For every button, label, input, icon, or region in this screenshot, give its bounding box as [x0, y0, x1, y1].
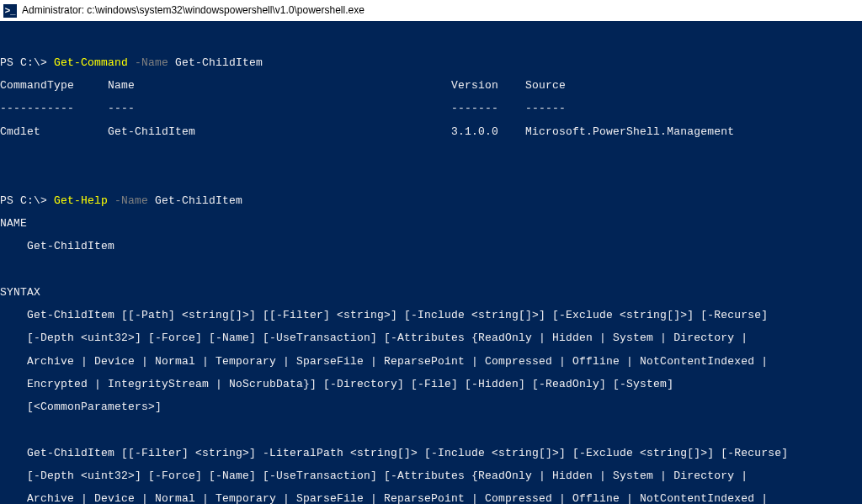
window-titlebar: >_ Administrator: c:\windows\system32\wi… — [0, 0, 862, 21]
table-row: Cmdlet Get-ChildItem 3.1.0.0 Microsoft.P… — [0, 126, 862, 138]
help-syntax-line: [-Depth <uint32>] [-Force] [-Name] [-Use… — [0, 332, 862, 344]
blank-line — [0, 263, 862, 275]
param-flag: -Name — [128, 56, 168, 69]
help-syntax-line: [-Depth <uint32>] [-Force] [-Name] [-Use… — [0, 470, 862, 482]
cmdlet-arg: Get-ChildItem — [168, 56, 263, 69]
help-name-header: NAME — [0, 218, 862, 230]
help-syntax-line: Archive | Device | Normal | Temporary | … — [0, 356, 862, 368]
help-syntax-header: SYNTAX — [0, 287, 862, 299]
command-line-2: PS C:\> Get-Help -Name Get-ChildItem — [0, 195, 862, 207]
help-syntax-line: [<CommonParameters>] — [0, 401, 862, 413]
blank-line — [0, 424, 862, 436]
cmdlet-name: Get-Help — [54, 194, 108, 207]
terminal-area[interactable]: PS C:\> Get-Command -Name Get-ChildItem … — [0, 21, 862, 504]
table-divider: ----------- ---- ------- ------ — [0, 103, 862, 114]
help-syntax-line: Get-ChildItem [[-Filter] <string>] -Lite… — [0, 448, 862, 459]
table-header: CommandType Name Version Source — [0, 80, 862, 92]
help-syntax-line: Archive | Device | Normal | Temporary | … — [0, 493, 862, 504]
prompt: PS C:\> — [0, 194, 54, 207]
window-title: Administrator: c:\windows\system32\windo… — [22, 5, 364, 16]
cmdlet-arg: Get-ChildItem — [148, 194, 242, 207]
blank-line — [0, 149, 862, 161]
param-flag: -Name — [108, 194, 148, 207]
prompt: PS C:\> — [0, 56, 54, 69]
powershell-icon: >_ — [3, 4, 17, 18]
help-syntax-line: Get-ChildItem [[-Path] <string[]>] [[-Fi… — [0, 310, 862, 321]
help-syntax-line: Encrypted | IntegrityStream | NoScrubDat… — [0, 379, 862, 390]
help-name-value: Get-ChildItem — [0, 241, 862, 252]
command-line-1: PS C:\> Get-Command -Name Get-ChildItem — [0, 57, 862, 69]
blank-line — [0, 34, 862, 46]
cmdlet-name: Get-Command — [54, 56, 128, 69]
blank-line — [0, 172, 862, 183]
